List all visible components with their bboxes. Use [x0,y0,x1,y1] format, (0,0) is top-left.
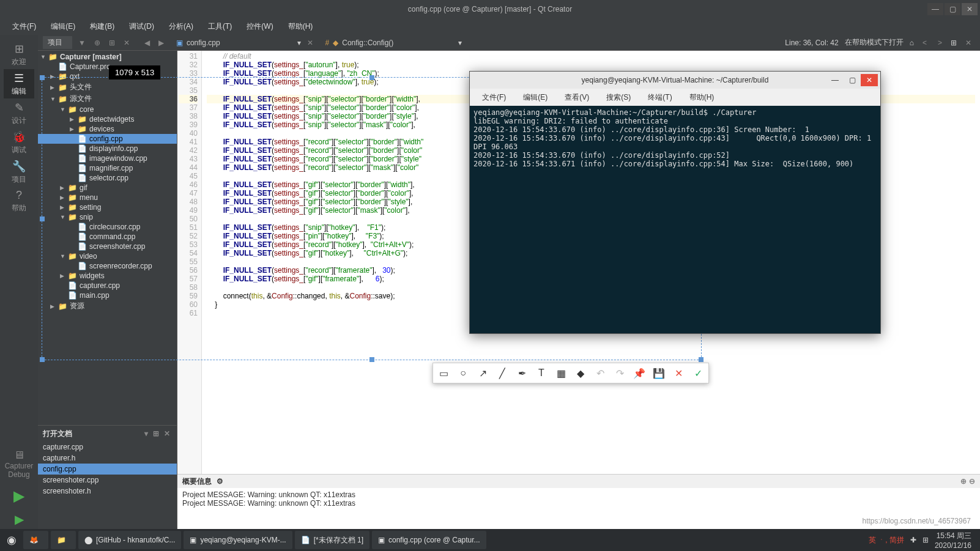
terminal-window[interactable]: yeqiang@yeqiang-KVM-Virtual-Machine: ~/C… [469,71,881,334]
circle-icon[interactable]: ○ [456,366,470,380]
tree-node[interactable]: ▼📁core [38,105,177,114]
help-mode[interactable]: 在帮助模式下打开 [845,37,904,48]
open-documents-list[interactable]: capturer.cppcapturer.hconfig.cppscreensh… [38,442,177,497]
filter-icon[interactable]: ⚙ [217,477,223,486]
open-file-item[interactable]: capturer.h [38,453,177,464]
debug-button[interactable]: ▶ [15,512,24,527]
tree-node[interactable]: ▼📁snip [38,212,177,222]
mode-调试[interactable]: 🐞调试 [4,128,34,157]
split-icon[interactable]: ⊞ [151,429,161,438]
open-file-item[interactable]: screenshoter.h [38,486,177,497]
open-file-item[interactable]: config.cpp [38,464,177,475]
mode-帮助[interactable]: ?帮助 [4,187,34,216]
terminal-menu-item[interactable]: 终端(T) [639,90,680,105]
terminal-menu-item[interactable]: 编辑(E) [514,90,556,105]
tree-node[interactable]: 📄main.cpp [38,290,177,300]
ok-icon[interactable]: ✓ [691,366,705,380]
menu-item[interactable]: 文件(F) [5,19,43,34]
terminal-menu-item[interactable]: 搜索(S) [598,90,639,105]
start-button[interactable]: ◉ [2,531,21,549]
close-icon[interactable]: ✕ [162,429,172,438]
menu-item[interactable]: 帮助(H) [281,19,321,34]
redo-icon[interactable]: ↷ [613,366,626,380]
menu-item[interactable]: 工具(T) [201,19,239,34]
back-icon[interactable]: ◀ [142,39,152,47]
sync-icon[interactable]: ⊕ [92,39,103,47]
tree-node[interactable]: 📄magnifier.cpp [38,163,177,173]
file-tab[interactable]: ▣ config.cpp ▾ ✕ [171,39,321,47]
target-selector[interactable]: 🖥 Capturer Debug [5,449,34,479]
maximize-button[interactable]: ▢ [844,74,861,86]
pin-icon[interactable]: 📌 [633,366,646,380]
menu-item[interactable]: 调试(D) [122,19,161,34]
open-file-item[interactable]: screenshoter.cpp [38,475,177,486]
output-body[interactable]: Project MESSAGE: Warning: unknown QT: x1… [177,488,980,535]
dropdown-icon[interactable]: ▾ [143,429,150,438]
tree-node[interactable]: 📄config.cpp [38,134,177,144]
pen-icon[interactable]: ✒ [515,366,529,380]
open-file-item[interactable]: capturer.cpp [38,442,177,453]
tree-node[interactable]: ▶📁detectwidgets [38,114,177,124]
mode-欢迎[interactable]: ⊞欢迎 [4,40,34,69]
taskbar-github[interactable]: ⬤[GitHub - hknarutofk/C... [78,531,181,549]
symbol-dropdown[interactable]: Config::Config() [342,39,393,47]
menu-item[interactable]: 编辑(E) [43,19,83,34]
tree-node[interactable]: ▶📁setting [38,202,177,212]
tree-node[interactable]: 📄screenshoter.cpp [38,242,177,251]
split-icon[interactable]: ⊞ [106,39,117,47]
zoom-icon[interactable]: ⊕ [960,477,967,486]
mosaic-icon[interactable]: ▦ [554,366,568,380]
tree-node[interactable]: ▶📁资源 [38,300,177,312]
mode-设计[interactable]: ✎设计 [4,98,34,128]
tree-node[interactable]: ▼📁源文件 [38,93,177,105]
plus-icon[interactable]: ✚ [910,536,916,544]
eraser-icon[interactable]: ◆ [574,366,587,380]
project-dropdown[interactable]: 项目 [43,36,72,49]
line-icon[interactable]: ╱ [496,366,509,380]
close-file-icon[interactable]: ✕ [305,39,316,47]
tree-node[interactable]: 📄command.cpp [38,232,177,242]
undo-icon[interactable]: ↶ [593,366,607,380]
split-editor-icon[interactable]: ⊞ [951,39,957,47]
tree-node[interactable]: ▼📁Capturer [master] [38,52,177,62]
tree-node[interactable]: 📄displayinfo.cpp [38,144,177,153]
maximize-button[interactable]: ▢ [945,3,960,15]
tree-node[interactable]: 📄imagewindow.cpp [38,153,177,163]
mode-编辑[interactable]: ☰编辑 [4,69,34,98]
taskbar-files[interactable]: 📁 [51,531,76,549]
tree-node[interactable]: ▶📁gif [38,183,177,193]
tree-node[interactable]: ▶📁menu [38,193,177,202]
terminal-menu-item[interactable]: 查看(V) [556,90,598,105]
tree-node[interactable]: 📄selector.cpp [38,173,177,183]
terminal-menu-item[interactable]: 帮助(H) [681,90,723,105]
taskbar-firefox[interactable]: 🦊 [23,531,48,549]
mode-项目[interactable]: 🔧项目 [4,157,34,187]
taskbar-qt[interactable]: ▣config.cpp (core @ Captur... [372,531,486,549]
minimize-button[interactable]: — [927,3,943,15]
tree-node[interactable]: 📄screenrecorder.cpp [38,261,177,271]
cancel-icon[interactable]: ✕ [672,366,685,380]
close-button[interactable]: ✕ [962,3,978,15]
taskbar-term[interactable]: ▣yeqiang@yeqiang-KVM-... [184,531,292,549]
terminal-menu-item[interactable]: 文件(F) [473,90,514,105]
arrow-icon[interactable]: ↗ [476,366,489,380]
forward-icon[interactable]: ▶ [156,39,166,47]
menu-item[interactable]: 构建(B) [83,19,122,34]
grid-icon[interactable]: ⊞ [922,536,929,544]
taskbar-doc[interactable]: 📄[*未保存文档 1] [295,531,369,549]
ime-indicator[interactable]: 英 ㆍ, 简拼 [869,535,904,545]
tree-node[interactable]: ▶📁头文件 [38,81,177,93]
minimize-button[interactable]: — [826,74,844,86]
tree-node[interactable]: ▶📁widgets [38,271,177,281]
project-tree[interactable]: ▼📁Capturer [master]📄Capturer.pro▶📁qxt▶📁头… [38,51,177,425]
tree-node[interactable]: 📄circlecursor.cpp [38,222,177,232]
text-icon[interactable]: T [535,366,548,380]
menu-item[interactable]: 控件(W) [239,19,280,34]
save-icon[interactable]: 💾 [652,366,666,380]
menu-item[interactable]: 分析(A) [161,19,201,34]
close-panel-icon[interactable]: ✕ [121,39,132,47]
close-button[interactable]: ✕ [861,74,878,86]
tree-node[interactable]: ▶📁devices [38,124,177,134]
tree-node[interactable]: 📄capturer.cpp [38,281,177,290]
filter-icon[interactable]: ▼ [76,39,88,47]
